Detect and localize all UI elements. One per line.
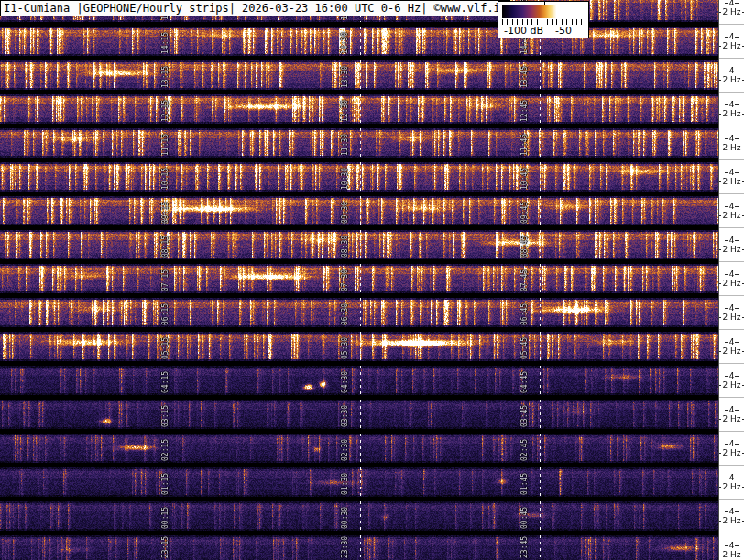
freq-tick-label-4hz: 4 [719, 269, 744, 279]
quarter-hour-gridline [181, 535, 181, 560]
quarter-hour-gridline [360, 400, 361, 429]
colorbar-gradient [502, 5, 585, 18]
axis-dash-icon [725, 376, 728, 377]
freq-tick-text: 4 [729, 168, 735, 177]
strip-separator [719, 465, 744, 466]
time-label: 12:30 [341, 94, 350, 122]
freq-tick-label-4hz: 4 [719, 473, 744, 482]
axis-dash-icon [735, 545, 739, 546]
freq-tick-label-4hz: 4 [719, 303, 744, 313]
time-label: 08:30 [341, 230, 350, 258]
strip-separator [719, 92, 744, 93]
axis-dash-icon [735, 104, 739, 105]
axis-dash-icon [718, 283, 721, 284]
freq-tick-label-2hz: 2 Hz [719, 516, 744, 525]
freq-tick-text: 4 [729, 269, 735, 279]
strip-separator [719, 58, 744, 59]
freq-tick-text: 4 [729, 473, 735, 482]
strip-separator [719, 499, 744, 500]
quarter-hour-gridline [540, 366, 541, 395]
axis-dash-icon [725, 37, 728, 38]
time-label: 07:45 [520, 264, 530, 291]
freq-tick-text: 4 [729, 541, 735, 550]
freq-tick-label-4hz: 4 [719, 202, 744, 211]
quarter-hour-gridline [360, 366, 361, 395]
axis-dash-icon [718, 521, 721, 522]
quarter-hour-gridline [540, 332, 541, 361]
strip-separator [719, 159, 744, 160]
axis-dash-icon [718, 215, 721, 216]
time-label: 13:45 [520, 60, 530, 88]
time-label: 06:15 [161, 298, 170, 325]
spectrogram-canvas [0, 0, 718, 560]
freq-tick-label-4hz: 4 [719, 32, 744, 41]
freq-tick-label-2hz: 2 Hz [719, 482, 744, 491]
time-label: 23:30 [341, 531, 350, 558]
quarter-hour-gridline [360, 60, 361, 90]
time-label: 14:15 [161, 27, 170, 54]
axis-dash-icon [725, 71, 728, 71]
time-label: 01:15 [161, 467, 170, 495]
freq-tick-label-4hz: 4 [719, 100, 744, 109]
freq-tick-text: 4 [729, 100, 735, 109]
time-label: 08:15 [161, 230, 170, 258]
title-text: I1-Cumiana |GEOPHONE/Hourly strips| 2026… [4, 2, 507, 15]
axis-dash-icon [725, 478, 728, 478]
strip-separator [719, 533, 744, 533]
axis-dash-icon [735, 308, 739, 309]
axis-dash-icon [735, 511, 739, 512]
axis-dash-icon [718, 385, 721, 386]
freq-tick-label-4hz: 4 [719, 405, 744, 414]
axis-dash-icon [718, 12, 721, 13]
axis-dash-icon [718, 46, 721, 47]
quarter-hour-gridline [181, 94, 181, 124]
strip-separator [719, 193, 744, 194]
quarter-hour-gridline [181, 27, 181, 56]
time-label: 04:15 [161, 366, 170, 393]
time-label: 11:15 [161, 128, 170, 156]
freq-tick-text: 4 [729, 371, 735, 380]
time-label: 00:15 [161, 501, 170, 529]
quarter-hour-gridline [540, 230, 541, 259]
time-label: 12:15 [161, 94, 170, 122]
colorbar-legend: -100 dB -50 [498, 1, 589, 38]
quarter-hour-gridline [540, 162, 541, 192]
freq-tick-label-4hz: 4 [719, 541, 744, 550]
axis-dash-icon [725, 274, 728, 275]
time-label: 10:45 [520, 162, 530, 190]
freq-tick-label-2hz: 2 Hz [719, 7, 744, 16]
freq-tick-label-2hz: 2 Hz [719, 41, 744, 50]
quarter-hour-gridline [360, 264, 361, 293]
freq-tick-text: 4 [729, 0, 735, 7]
freq-tick-label-4hz: 4 [719, 337, 744, 346]
freq-tick-text: 2 Hz [722, 177, 740, 186]
strip-separator [719, 329, 744, 330]
axis-dash-icon [718, 419, 721, 420]
time-label: 01:30 [341, 467, 350, 495]
quarter-hour-gridline [540, 60, 541, 90]
axis-dash-icon [725, 342, 728, 343]
freq-tick-text: 2 Hz [722, 75, 740, 84]
time-label: 11:30 [341, 128, 350, 156]
freq-tick-label-2hz: 2 Hz [719, 75, 744, 84]
frequency-axis: 42 Hz42 Hz42 Hz42 Hz42 Hz42 Hz42 Hz42 Hz… [718, 0, 744, 560]
quarter-hour-gridline [360, 230, 361, 259]
time-label: 13:30 [341, 60, 350, 88]
freq-tick-text: 2 Hz [722, 109, 740, 118]
freq-tick-text: 2 Hz [722, 211, 740, 220]
axis-dash-icon [725, 138, 728, 139]
freq-tick-text: 4 [729, 507, 735, 516]
freq-tick-text: 2 Hz [722, 448, 740, 457]
quarter-hour-gridline [360, 298, 361, 327]
axis-dash-icon [725, 545, 728, 546]
freq-tick-text: 4 [729, 236, 735, 245]
freq-tick-text: 4 [729, 439, 735, 448]
quarter-hour-gridline [181, 501, 181, 531]
axis-dash-icon [718, 114, 721, 115]
time-label: 08:45 [520, 230, 530, 258]
freq-tick-label-4hz: 4 [719, 66, 744, 75]
axis-dash-icon [735, 376, 739, 377]
axis-dash-icon [725, 3, 728, 4]
strip-separator [719, 363, 744, 364]
quarter-hour-gridline [181, 467, 181, 497]
